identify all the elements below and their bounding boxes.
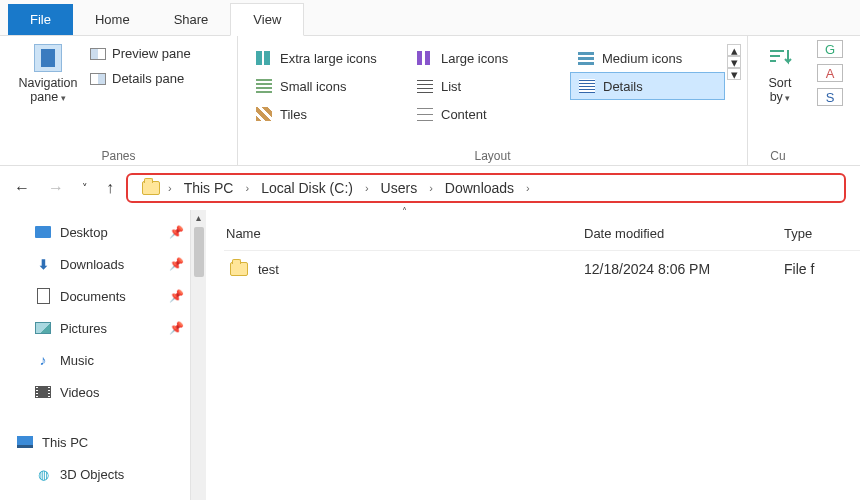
- ribbon-tabs: File Home Share View: [0, 0, 860, 36]
- layout-tiles[interactable]: Tiles: [248, 100, 403, 128]
- group-current-title: Cu: [758, 147, 798, 163]
- file-date: 12/18/2024 8:06 PM: [584, 261, 784, 277]
- pin-icon: 📌: [169, 257, 184, 271]
- this-pc-icon: [17, 436, 33, 448]
- group-by-button[interactable]: G: [817, 40, 843, 58]
- folder-icon: [230, 262, 248, 276]
- sidebar-item-videos[interactable]: Videos: [34, 376, 206, 408]
- tab-home[interactable]: Home: [73, 4, 152, 35]
- layout-expand[interactable]: ▾: [727, 68, 741, 80]
- column-type[interactable]: Type: [784, 226, 860, 241]
- tiles-icon: [256, 107, 272, 121]
- nav-up-button[interactable]: ↑: [106, 179, 114, 197]
- size-columns-button[interactable]: S: [817, 88, 843, 106]
- chevron-right-icon[interactable]: ›: [166, 182, 174, 194]
- tab-share[interactable]: Share: [152, 4, 231, 35]
- group-layout-title: Layout: [248, 147, 737, 163]
- preview-pane-icon: [90, 48, 106, 60]
- layout-medium-icons[interactable]: Medium icons: [570, 44, 725, 72]
- chevron-right-icon[interactable]: ›: [427, 182, 435, 194]
- details-pane-button[interactable]: Details pane: [86, 69, 195, 88]
- table-row[interactable]: test 12/18/2024 8:06 PM File f: [224, 251, 860, 287]
- pin-icon: 📌: [169, 289, 184, 303]
- group-panes: Navigation pane Preview pane Details pan…: [0, 36, 238, 165]
- column-date[interactable]: Date modified: [584, 226, 784, 241]
- layout-list[interactable]: List: [409, 72, 564, 100]
- layout-large-icons[interactable]: Large icons: [409, 44, 564, 72]
- sidebar-item-this-pc[interactable]: This PC: [16, 426, 206, 458]
- preview-pane-button[interactable]: Preview pane: [86, 44, 195, 63]
- nav-recent-dropdown[interactable]: ˅: [82, 182, 88, 195]
- navigation-pane-label: Navigation pane: [16, 76, 80, 105]
- chevron-right-icon[interactable]: ›: [524, 182, 532, 194]
- sort-indicator-icon: ˄: [224, 206, 584, 217]
- file-list: ˄ Name Date modified Type test 12/18/202…: [206, 210, 860, 500]
- videos-icon: [35, 386, 51, 398]
- sidebar-item-3d-objects[interactable]: ◍3D Objects: [34, 458, 206, 490]
- preview-pane-label: Preview pane: [112, 46, 191, 61]
- downloads-icon: ⬇: [34, 256, 52, 272]
- crumb-downloads[interactable]: Downloads: [441, 178, 518, 198]
- group-truncated-right: G A S: [808, 36, 852, 165]
- large-icons-icon: [417, 51, 433, 65]
- add-columns-button[interactable]: A: [817, 64, 843, 82]
- details-pane-label: Details pane: [112, 71, 184, 86]
- column-headers: Name Date modified Type: [224, 217, 860, 251]
- desktop-icon: [35, 226, 51, 238]
- group-layout: Extra large icons Large icons Medium ico…: [238, 36, 748, 165]
- sidebar-item-pictures[interactable]: Pictures📌: [34, 312, 206, 344]
- pin-icon: 📌: [169, 321, 184, 335]
- content-area: Desktop📌 ⬇Downloads📌 Documents📌 Pictures…: [0, 210, 860, 500]
- layout-content[interactable]: Content: [409, 100, 564, 128]
- tab-view[interactable]: View: [230, 3, 304, 36]
- sidebar-scrollbar[interactable]: ▴: [190, 210, 206, 500]
- tab-file[interactable]: File: [8, 4, 73, 35]
- crumb-users[interactable]: Users: [377, 178, 422, 198]
- details-pane-icon: [90, 73, 106, 85]
- sidebar-item-desktop[interactable]: Desktop📌: [34, 216, 206, 248]
- chevron-right-icon[interactable]: ›: [363, 182, 371, 194]
- column-name[interactable]: Name: [224, 226, 584, 241]
- sidebar: Desktop📌 ⬇Downloads📌 Documents📌 Pictures…: [0, 210, 206, 500]
- sort-by-button[interactable]: Sort by: [758, 40, 802, 109]
- extra-large-icons-icon: [256, 51, 272, 65]
- sidebar-item-music[interactable]: ♪Music: [34, 344, 206, 376]
- ribbon: Navigation pane Preview pane Details pan…: [0, 36, 860, 166]
- nav-forward-button[interactable]: →: [48, 179, 64, 197]
- file-name: test: [258, 262, 279, 277]
- details-icon: [579, 79, 595, 93]
- crumb-local-disk[interactable]: Local Disk (C:): [257, 178, 357, 198]
- svg-rect-1: [770, 55, 780, 57]
- breadcrumb[interactable]: › This PC › Local Disk (C:) › Users › Do…: [126, 173, 846, 203]
- scroll-thumb[interactable]: [194, 227, 204, 277]
- layout-small-icons[interactable]: Small icons: [248, 72, 403, 100]
- group-sort: Sort by Cu: [748, 36, 808, 165]
- sidebar-item-downloads[interactable]: ⬇Downloads📌: [34, 248, 206, 280]
- layout-details[interactable]: Details: [570, 72, 725, 100]
- sidebar-item-documents[interactable]: Documents📌: [34, 280, 206, 312]
- pictures-icon: [35, 322, 51, 334]
- pin-icon: 📌: [169, 225, 184, 239]
- crumb-this-pc[interactable]: This PC: [180, 178, 238, 198]
- small-icons-icon: [256, 79, 272, 93]
- navigation-pane-icon: [34, 44, 62, 72]
- file-type: File f: [784, 261, 860, 277]
- 3d-objects-icon: ◍: [34, 466, 52, 482]
- scroll-up-icon[interactable]: ▴: [196, 212, 201, 223]
- list-icon: [417, 79, 433, 93]
- address-bar-row: ← → ˅ ↑ › This PC › Local Disk (C:) › Us…: [0, 166, 860, 210]
- nav-back-button[interactable]: ←: [14, 179, 30, 197]
- group-panes-title: Panes: [10, 147, 227, 163]
- breadcrumb-folder-icon: [142, 181, 160, 195]
- documents-icon: [37, 288, 50, 304]
- layout-extra-large-icons[interactable]: Extra large icons: [248, 44, 403, 72]
- navigation-pane-button[interactable]: Navigation pane: [10, 40, 86, 109]
- content-icon: [417, 107, 433, 121]
- sort-by-label: Sort by: [764, 76, 796, 105]
- svg-rect-2: [770, 60, 776, 62]
- medium-icons-icon: [578, 51, 594, 65]
- music-icon: ♪: [34, 352, 52, 368]
- sort-icon: [764, 44, 796, 72]
- svg-rect-0: [770, 50, 784, 52]
- chevron-right-icon[interactable]: ›: [243, 182, 251, 194]
